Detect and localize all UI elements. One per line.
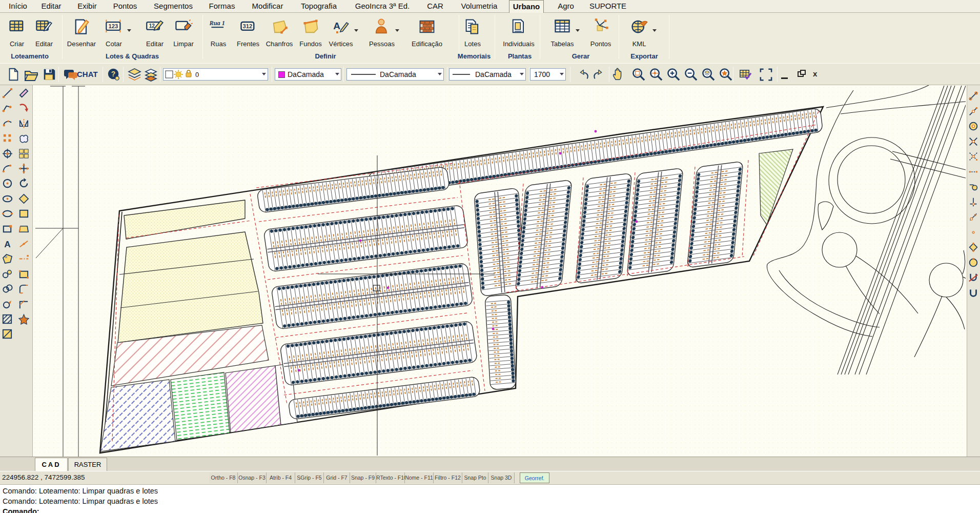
svg-text:?: ?	[111, 70, 116, 78]
svg-text:A: A	[4, 239, 10, 249]
svg-text:A: A	[333, 21, 340, 31]
svg-text:12: 12	[149, 23, 155, 29]
svg-text:312: 312	[242, 23, 252, 29]
svg-text:Rua 1: Rua 1	[209, 19, 225, 27]
svg-text:0: 0	[195, 71, 199, 78]
svg-text:123: 123	[108, 23, 118, 29]
